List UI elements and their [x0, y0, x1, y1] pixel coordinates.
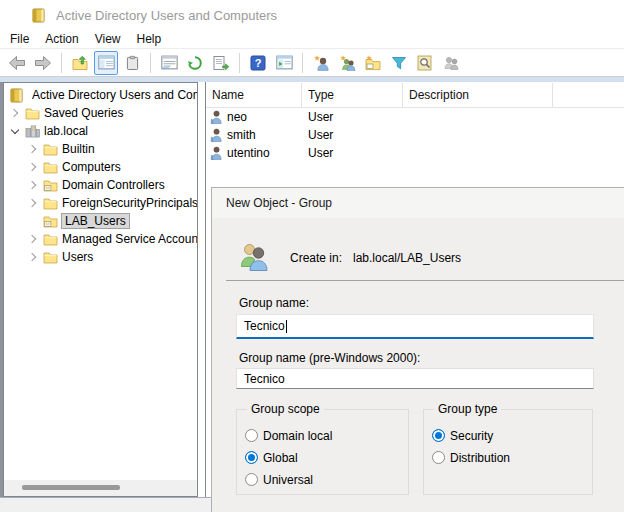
tree-item-builtin[interactable]: Builtin: [4, 140, 197, 158]
chevron-right-icon[interactable]: [24, 164, 42, 170]
object-type: User: [302, 110, 403, 124]
radio-label: Universal: [263, 473, 313, 487]
back-button[interactable]: [5, 51, 29, 75]
menu-action[interactable]: Action: [37, 30, 86, 48]
create-in-row: Create in: lab.local/LAB_Users: [290, 251, 461, 265]
tree-item-label: lab.local: [44, 124, 88, 138]
toolbar-separator: [150, 53, 151, 73]
chevron-right-icon[interactable]: [24, 200, 42, 206]
chevron-right-icon[interactable]: [6, 110, 24, 116]
dialog-separator: [226, 280, 624, 281]
app-window: Active Directory Users and Computers Fil…: [0, 0, 624, 512]
security-radio-button[interactable]: [432, 429, 445, 442]
title-bar[interactable]: Active Directory Users and Computers: [0, 0, 624, 30]
svg-text:?: ?: [255, 57, 262, 69]
up-one-level-button[interactable]: [68, 51, 92, 75]
console-app-icon: [30, 7, 46, 23]
domain-local-radio-button[interactable]: [245, 429, 258, 442]
tree-item-domain-controllers[interactable]: Domain Controllers: [4, 176, 197, 194]
group-name-text: Tecnico: [244, 319, 285, 333]
pre-windows-2000-input[interactable]: Tecnico: [236, 368, 594, 389]
chevron-down-icon[interactable]: [6, 129, 24, 133]
horizontal-scrollbar[interactable]: [4, 480, 197, 496]
column-header-description[interactable]: Description: [403, 83, 553, 107]
find-button[interactable]: [413, 51, 437, 75]
dialog-title-bar[interactable]: New Object - Group: [212, 188, 624, 218]
properties-button[interactable]: [157, 51, 181, 75]
universal-radio-button[interactable]: [245, 473, 258, 486]
list-item-neo[interactable]: neoUser: [206, 108, 624, 126]
radio-option-domain-local[interactable]: Domain local: [245, 425, 404, 446]
folder-icon: [42, 141, 58, 157]
menu-file[interactable]: File: [2, 30, 37, 48]
tree-item-label: LAB_Users: [61, 213, 130, 229]
radio-label: Security: [450, 429, 493, 443]
group-type-fieldset: Group type SecurityDistribution: [423, 409, 593, 495]
user-icon: [209, 110, 223, 124]
menu-bar: File Action View Help: [0, 30, 624, 48]
new-user-button[interactable]: [309, 51, 333, 75]
console-view-button[interactable]: [272, 51, 296, 75]
radio-option-universal[interactable]: Universal: [245, 469, 404, 490]
refresh-button[interactable]: [183, 51, 207, 75]
tree-item-lab-local[interactable]: lab.local: [4, 122, 197, 140]
global-radio-button[interactable]: [245, 451, 258, 464]
group-name-label: Group name:: [239, 296, 309, 310]
list-item-smith[interactable]: smithUser: [206, 126, 624, 144]
list-header: Name Type Description: [206, 83, 624, 108]
chevron-right-icon[interactable]: [24, 146, 42, 152]
scrollbar-thumb[interactable]: [22, 485, 120, 490]
pre-windows-2000-label: Group name (pre-Windows 2000):: [239, 351, 420, 365]
help-button[interactable]: ?: [246, 51, 270, 75]
show-console-tree-button[interactable]: [94, 51, 118, 75]
radio-option-global[interactable]: Global: [245, 447, 404, 468]
tree-item-foreignsecurityprincipals[interactable]: ForeignSecurityPrincipals: [4, 194, 197, 212]
object-name: neo: [227, 110, 247, 124]
group-type-legend: Group type: [434, 402, 501, 416]
column-header-type[interactable]: Type: [302, 83, 403, 107]
console-tree-pane: Active Directory Users and ComputersSave…: [3, 82, 198, 497]
distribution-radio-button[interactable]: [432, 451, 445, 464]
object-type: User: [302, 128, 403, 142]
tree-item-saved-queries[interactable]: Saved Queries: [4, 104, 197, 122]
delegation-button[interactable]: [439, 51, 463, 75]
object-name: utentino: [227, 146, 270, 160]
tree-item-lab-users[interactable]: LAB_Users: [4, 212, 197, 230]
forward-button[interactable]: [31, 51, 55, 75]
ou-folder-icon: [42, 177, 58, 193]
tree-item-label: Builtin: [62, 142, 95, 156]
menu-view[interactable]: View: [87, 30, 129, 48]
export-list-button[interactable]: [209, 51, 233, 75]
tree-item-label: Managed Service Accounts: [62, 232, 197, 246]
tree-item-computers[interactable]: Computers: [4, 158, 197, 176]
console-icon: [8, 87, 24, 103]
group-type-options: SecurityDistribution: [432, 425, 588, 469]
chevron-right-icon[interactable]: [24, 236, 42, 242]
object-name: smith: [227, 128, 256, 142]
chevron-right-icon[interactable]: [24, 182, 42, 188]
chevron-right-icon[interactable]: [24, 254, 42, 260]
radio-option-distribution[interactable]: Distribution: [432, 447, 588, 468]
tree-item-managed-service-accounts[interactable]: Managed Service Accounts: [4, 230, 197, 248]
column-header-name[interactable]: Name: [206, 83, 302, 107]
ou-folder-icon: [42, 213, 58, 229]
radio-option-security[interactable]: Security: [432, 425, 588, 446]
filter-button[interactable]: [387, 51, 411, 75]
tree-item-users[interactable]: Users: [4, 248, 197, 266]
paste-button[interactable]: [120, 51, 144, 75]
tree-item-label: Users: [62, 250, 93, 264]
user-icon: [209, 146, 223, 160]
menu-help[interactable]: Help: [129, 30, 170, 48]
tree-item-active-directory-users-and-computers[interactable]: Active Directory Users and Computers: [4, 86, 197, 104]
list-item-utentino[interactable]: utentinoUser: [206, 144, 624, 162]
radio-label: Distribution: [450, 451, 510, 465]
new-group-button[interactable]: [335, 51, 359, 75]
folder-icon: [42, 159, 58, 175]
tree-item-label: Saved Queries: [44, 106, 123, 120]
new-organizational-unit-button[interactable]: [361, 51, 385, 75]
new-object-group-dialog: New Object - Group Create in: lab.local/…: [211, 187, 624, 512]
toolbar-separator: [302, 53, 303, 73]
toolbar-separator: [239, 53, 240, 73]
group-name-input[interactable]: Tecnico: [236, 314, 594, 339]
toolbar: ?: [0, 48, 624, 76]
